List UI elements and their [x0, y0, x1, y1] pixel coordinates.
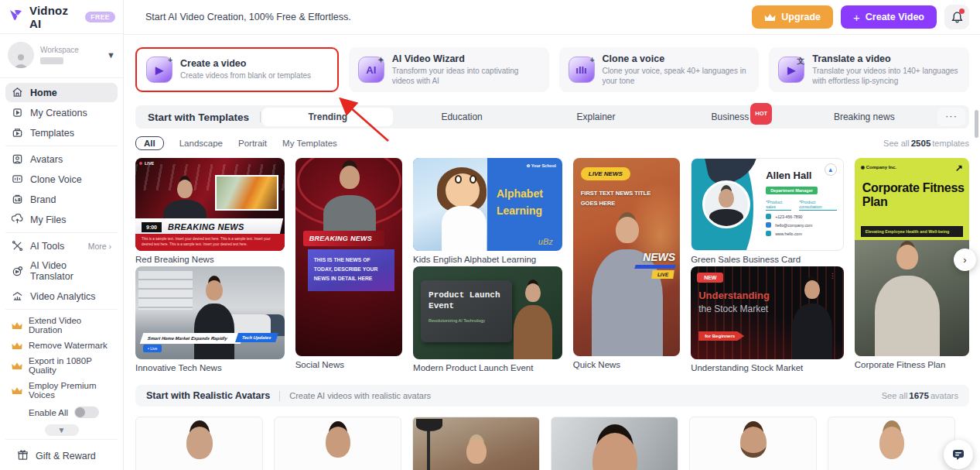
news-headline: FIRST TEXT NEWS TITLE GOES HERE — [581, 189, 666, 209]
see-all-templates-link[interactable]: See all2505templates — [883, 139, 969, 148]
avatar-card[interactable] — [551, 417, 678, 470]
live-news-badge: LIVE NEWS — [581, 167, 630, 180]
stock-headline-1: Understanding — [698, 290, 770, 301]
enable-all-label: Enable All — [29, 408, 68, 417]
template-red-breaking-news[interactable]: LIVE 9:00 BREAKING NEWS This is a sample… — [135, 158, 285, 251]
premium-export-1080p[interactable]: Export in 1080P Quality — [5, 353, 118, 378]
action-cards-row: ▶+ Create a videoCreate videos from blan… — [135, 47, 969, 92]
vidnoz-logo-icon — [8, 7, 25, 27]
workspace-avatar — [8, 42, 34, 68]
crown-icon — [12, 386, 22, 395]
avatars-section-header: Start with Realistic Avatars Create AI v… — [135, 385, 969, 407]
enable-all-toggle[interactable] — [74, 407, 99, 418]
tab-business[interactable]: BusinessHOT — [664, 108, 795, 126]
premium-remove-watermark[interactable]: Remove Watermark — [5, 338, 118, 353]
template-title: Social News — [295, 360, 402, 372]
avatar-card[interactable] — [828, 417, 955, 470]
template-title: Quick News — [573, 360, 680, 372]
sidebar-item-avatars[interactable]: Avatars — [5, 149, 118, 169]
filter-portrait[interactable]: Portrait — [238, 139, 267, 148]
avatar-figure — [275, 417, 401, 470]
plus-icon: + — [853, 11, 860, 24]
workspace-switcher[interactable]: Workspace ▼ — [0, 34, 123, 78]
action-ai-video-wizard[interactable]: AI✦ AI Video WizardTransform your ideas … — [349, 47, 549, 92]
promo-text: Start AI Video Creation, 100% Free & Eff… — [145, 12, 351, 22]
avatar-card[interactable] — [135, 417, 263, 470]
notifications-button[interactable] — [944, 5, 969, 29]
menu-dots-icon: ⋮ — [829, 273, 836, 279]
upgrade-button[interactable]: Upgrade — [752, 5, 833, 29]
news-title-overlay: NEWS — [643, 251, 675, 263]
avatars-section-subtitle: Create AI videos with realistic avatars — [289, 391, 431, 400]
logo-row[interactable]: Vidnoz AI FREE — [0, 0, 123, 34]
divider — [5, 309, 118, 310]
see-all-avatars-link[interactable]: See all1675avatars — [882, 391, 958, 400]
main-content: ▶+ Create a videoCreate videos from blan… — [124, 35, 980, 470]
template-corporate-fitness[interactable]: ◉ Company Inc. ↗ Corporate Fitness Plan … — [855, 158, 969, 356]
sidebar-nav: Home My Creations Templates Avatars Clon… — [0, 78, 123, 470]
template-kids-alphabet[interactable]: ✿ Your School Alphabet Learning uBz — [413, 158, 562, 251]
sidebar-item-templates[interactable]: Templates — [5, 123, 118, 142]
tab-trending[interactable]: Trending — [262, 108, 393, 126]
filter-my-templates[interactable]: My Templates — [282, 139, 337, 148]
ai-tools-more-link[interactable]: More › — [88, 242, 111, 251]
presenter-figure — [790, 280, 835, 359]
chat-widget-button[interactable] — [944, 440, 973, 469]
breaking-news-banner: BREAKING NEWS — [168, 222, 244, 232]
filter-all[interactable]: All — [135, 136, 164, 150]
filter-landscape[interactable]: Landscape — [179, 139, 223, 148]
carousel-next-button[interactable]: › — [954, 249, 976, 271]
action-translate-a-video[interactable]: ▶文 Translate a videoTranslate your video… — [769, 47, 969, 92]
avatar-figure — [413, 417, 539, 470]
sidebar-item-brand[interactable]: Brand — [5, 190, 118, 209]
sidebar-item-gift-reward[interactable]: Gift & Reward — [5, 443, 118, 469]
live-chip: LIVE — [651, 270, 674, 279]
template-title: Green Sales Business Card — [691, 255, 844, 266]
template-social-news[interactable]: BREAKING NEWS THIS IS THE NEWS OF TODAY,… — [295, 158, 402, 356]
template-stock-market[interactable]: NEW ⋮ Understanding the Stock Market for… — [691, 266, 844, 359]
clone-voice-icon: ıllı+ — [569, 57, 595, 83]
time-chip: 9:00 — [142, 222, 162, 232]
template-innovative-tech-news[interactable]: Smart Home Market Expands Rapidly Tech U… — [135, 266, 285, 359]
template-product-launch[interactable]: Product Launch Event Revolutionizing AI … — [413, 266, 562, 359]
globe-icon — [766, 231, 771, 236]
template-business-card[interactable]: ▲ Allen Hall Department Manager *Product… — [691, 158, 844, 251]
sidebar-item-clone-voice[interactable]: Clone Voice — [5, 170, 118, 189]
sidebar-collapse-button[interactable]: ▼ — [45, 424, 79, 436]
action-create-a-video[interactable]: ▶+ Create a videoCreate videos from blan… — [135, 47, 339, 92]
ai-video-translator-icon — [12, 266, 23, 277]
template-quick-news[interactable]: LIVE NEWS FIRST TEXT NEWS TITLE GOES HER… — [573, 158, 680, 356]
learning-text: Learning — [497, 204, 542, 217]
school-badge: ✿ Your School — [527, 163, 556, 168]
premium-extend-video-duration[interactable]: Extend Video Duration — [5, 313, 118, 338]
sidebar-item-ai-video-translator[interactable]: AI Video Translator — [5, 256, 118, 286]
avatars-section-title: Start with Realistic Avatars — [146, 390, 270, 401]
alphabet-text: Alphabet — [497, 187, 543, 200]
templates-icon — [12, 127, 23, 139]
premium-employ-premium-voices[interactable]: Employ Premium Voices — [5, 378, 118, 403]
tab-explainer[interactable]: Explainer — [531, 108, 661, 126]
launch-headline: Product Launch Event — [429, 290, 504, 312]
templates-tabbar: Start with Templates Trending Education … — [135, 105, 969, 129]
news-anchor-figure — [589, 217, 666, 356]
avatar-card[interactable] — [274, 417, 401, 470]
sidebar-item-ai-tools[interactable]: AI Tools More › — [5, 236, 118, 256]
avatar-card[interactable] — [689, 417, 817, 470]
create-video-button[interactable]: + Create Video — [841, 5, 937, 29]
crown-icon — [12, 341, 22, 350]
fitness-subtitle: Elevating Employee Health and Well-being — [861, 226, 963, 237]
workspace-chevron-icon[interactable]: ▼ — [107, 50, 115, 60]
tab-breaking-news[interactable]: Breaking news — [799, 108, 930, 126]
sidebar-item-my-files[interactable]: My Files — [5, 210, 118, 229]
action-clone-a-voice[interactable]: ıllı+ Clone a voiceClone your voice, spe… — [559, 47, 760, 92]
scrollbar-thumb[interactable] — [975, 110, 978, 138]
create-video-icon: ▶+ — [146, 57, 172, 83]
sidebar-item-home[interactable]: Home — [5, 83, 118, 102]
avatar-card[interactable] — [412, 417, 540, 470]
sidebar-item-my-creations[interactable]: My Creations — [5, 103, 118, 122]
sidebar-item-video-analytics[interactable]: Video Analytics — [5, 286, 118, 306]
tab-education[interactable]: Education — [396, 108, 527, 126]
more-tabs-button[interactable]: ··· — [937, 108, 965, 126]
live-chip: • Live — [143, 345, 162, 352]
crown-icon — [764, 13, 776, 22]
